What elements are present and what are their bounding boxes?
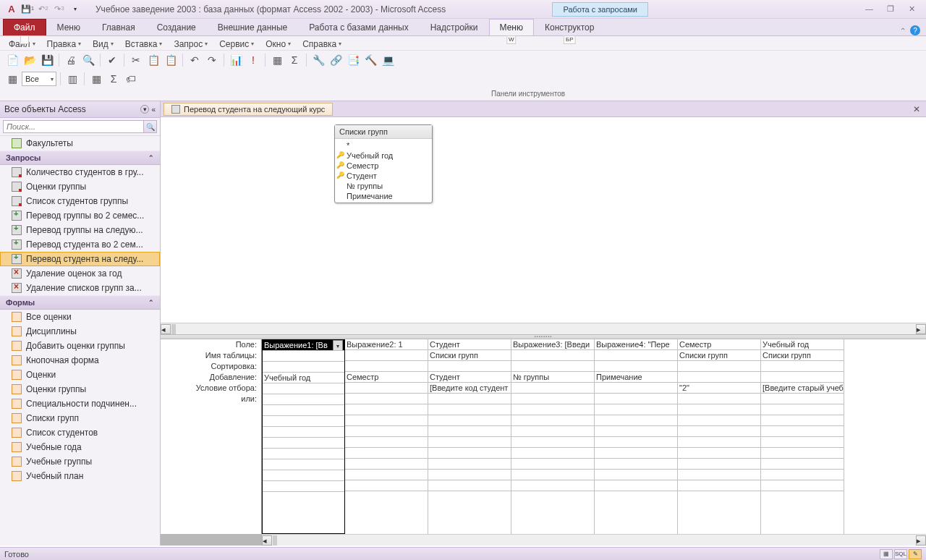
print-preview-icon[interactable]: 🔍 [80,52,96,68]
grid-cell[interactable] [595,394,677,404]
scroll-right-icon[interactable]: ▸ [916,535,926,546]
designer-h-scrollbar[interactable]: ◂ ▸ [161,323,926,334]
ribbon-tab-6[interactable]: Надстройки [420,19,489,35]
nav-item-query[interactable]: Перевод студента на следу... [0,252,160,266]
nav-item-form[interactable]: Оценки [0,368,160,382]
field-item[interactable]: Примечание [335,191,432,201]
showtable2-icon[interactable]: ▦ [88,71,104,87]
spellcheck-icon[interactable]: ✔ [104,52,120,68]
grid-column[interactable]: Выражение2: 1Семестр [345,339,428,534]
nav-item-query[interactable]: Удаление списков групп за... [0,281,160,295]
grid-column[interactable]: Выражение1: [ВвУчебный год [262,339,345,534]
menu-Окно[interactable]: Окно▾ [261,38,295,51]
grid-cell[interactable]: [Введите старый учеб [761,383,844,394]
run-icon[interactable]: ! [245,52,261,68]
grid-cell[interactable] [263,394,344,405]
grid-cell[interactable]: Списки групп [761,350,844,361]
showtable-icon[interactable]: ▦ [269,52,285,68]
search-input[interactable] [3,120,144,133]
grid-column[interactable]: Выражение3: [Введи№ группы [511,339,595,534]
view-sql-icon[interactable]: SQL [894,549,907,559]
ribbon-tab-2[interactable]: Главная [91,19,146,35]
nav-item-form[interactable]: Список студентов [0,425,160,440]
search-icon[interactable]: 🔍 [144,120,157,133]
grid-cell[interactable]: "2" [678,383,760,394]
querytype-icon[interactable]: 📊 [228,52,244,68]
nav-item-query[interactable]: Перевод группы на следую... [0,223,160,237]
scroll-left-icon[interactable]: ◂ [262,535,272,546]
collapse-icon[interactable]: ⌃ [148,299,154,306]
field-item[interactable]: * [335,140,432,150]
save-icon[interactable]: 💾 [39,52,55,68]
collapse-icon[interactable]: ⌃ [148,154,154,161]
return-combo[interactable]: Все [22,72,56,86]
grid-cell[interactable]: Выражение1: [Вв [263,340,344,351]
grid-cell[interactable] [263,351,344,362]
grid-cell[interactable] [595,361,677,372]
totals2-icon[interactable]: Σ [106,71,122,87]
menu-Справка[interactable]: Справка▾ [298,38,346,51]
nav-item-query[interactable]: Оценки группы [0,179,160,194]
grid-cell[interactable]: Учебный год [761,339,844,350]
table-source-box[interactable]: Списки групп *Учебный годСеместрСтудент№… [334,124,433,203]
view-design-icon[interactable]: ✎ [909,549,922,559]
copy-icon[interactable]: 📋 [145,52,161,68]
properties-icon[interactable]: 📑 [345,52,361,68]
database-tools-icon[interactable]: 🔧 [310,52,326,68]
print-icon[interactable]: 🖨 [63,52,79,68]
grid-cell[interactable] [511,394,594,404]
grid-cell[interactable] [678,361,760,372]
grid-cell[interactable] [595,383,677,394]
grid-column[interactable]: Учебный годСписки групп[Введите старый у… [761,339,844,534]
menu-Запрос[interactable]: Запрос▾ [169,38,212,51]
builder-icon[interactable]: 🔨 [362,52,378,68]
menu-Правка[interactable]: Правка▾ [43,38,86,51]
scroll-right-icon[interactable]: ▸ [916,324,926,334]
grid-cell[interactable]: Выражение2: 1 [345,339,428,350]
grid-cell[interactable] [511,383,594,394]
menu-Вставка[interactable]: Вставка▾ [121,38,167,51]
ribbon-tab-0[interactable]: ФайлФ [3,19,46,35]
nav-item-form[interactable]: Учебный план [0,469,160,483]
ribbon-tab-3[interactable]: Создание [146,19,207,35]
nav-item-form[interactable]: Добавить оценки группы [0,339,160,353]
nav-item-form[interactable]: Кнопочная форма [0,353,160,368]
nav-item-query[interactable]: Количество студентов в гру... [0,165,160,179]
grid-cell[interactable]: Примечание [595,372,677,383]
grid-cell[interactable] [263,362,344,373]
grid-cell[interactable] [761,361,844,372]
close-icon[interactable]: ✕ [909,4,919,14]
grid-column[interactable]: Выражение4: "ПереПримечание [595,339,678,534]
grid-cell[interactable]: Выражение4: "Пере [595,339,677,350]
ribbon-tab-7[interactable]: МенюW [489,19,534,35]
qat-redo-icon[interactable]: ↷3 [52,2,67,17]
grid-cell[interactable] [345,394,428,404]
nav-item-form[interactable]: Оценки группы [0,382,160,396]
relationship-icon[interactable]: 🔗 [328,52,344,68]
nav-item-form[interactable]: Учебные группы [0,454,160,469]
qat-customize-icon[interactable]: ▾ [68,2,82,17]
grid-h-scrollbar[interactable]: ◂ ▸ [262,534,926,546]
grid-cell[interactable]: Списки групп [678,350,760,361]
ribbon-tab-5[interactable]: Работа с базами данных [298,19,419,35]
grid-cell[interactable] [761,372,844,383]
grid-column[interactable]: СтудентСписки группСтудент[Введите код с… [428,339,511,534]
qat-undo-icon[interactable]: ↶2 [36,2,51,17]
grid-cell[interactable]: Семестр [678,339,760,350]
undo-icon[interactable]: ↶ [187,52,203,68]
grid-cell[interactable]: Выражение3: [Введи [511,339,594,350]
cut-icon[interactable]: ✂ [128,52,144,68]
nav-item-form[interactable]: Учебные года [0,440,160,454]
access-app-icon[interactable]: A [4,2,19,17]
totals-icon[interactable]: Σ [286,52,302,68]
nav-item-form[interactable]: Все оценки [0,310,160,324]
document-tab[interactable]: Перевод студента на следующий курс [163,103,333,116]
grid-cell[interactable] [511,350,594,361]
paste-icon[interactable]: 📋 [163,52,179,68]
grid-cell[interactable] [345,361,428,372]
grid-cell[interactable] [595,350,677,361]
nav-collapse-icon[interactable]: « [151,106,156,114]
grid-cell[interactable] [678,372,760,383]
splitter-handle[interactable]: ▪▪▪▪▪▪▪▪ [161,334,926,339]
grid-cell[interactable]: Семестр [345,372,428,383]
